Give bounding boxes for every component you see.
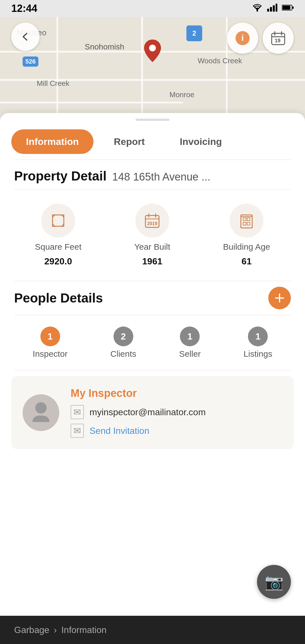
map-button-group: i 19: [227, 23, 294, 54]
divider-people-tabs: [14, 370, 291, 370]
clients-tab-label: Clients: [110, 349, 136, 359]
map-route-badge2: 526: [23, 56, 38, 67]
svg-rect-26: [247, 222, 250, 225]
schedule-button[interactable]: 19: [263, 23, 294, 54]
square-feet-icon-circle: [41, 204, 75, 238]
svg-rect-4: [276, 4, 277, 12]
svg-marker-16: [53, 215, 64, 226]
property-detail-title: Property Detail: [14, 168, 106, 184]
square-feet-icon: [50, 212, 67, 229]
inspector-email-row: ✉ myinspector@mailinator.com: [71, 405, 282, 419]
map-route-badge: 2: [186, 25, 202, 41]
svg-text:2019: 2019: [147, 221, 157, 226]
map-background: Mukilteo Snohomish Mill Creek Woods Cree…: [0, 0, 305, 130]
stat-year-built: 2019 Year Built 1961: [134, 204, 170, 267]
tabs-container: Information Report Invoicing: [0, 121, 305, 157]
svg-rect-23: [243, 218, 246, 221]
people-tabs: 1 Inspector 2 Clients 1 Seller 1 Listing…: [0, 318, 305, 367]
invite-email-icon: ✉: [71, 424, 84, 438]
building-age-icon: [238, 212, 255, 229]
divider-stats: [14, 281, 291, 281]
stat-square-feet: Square Feet 2920.0: [35, 204, 81, 267]
listings-tab-label: Listings: [243, 349, 272, 359]
people-tab-listings[interactable]: 1 Listings: [243, 327, 272, 359]
svg-rect-25: [243, 222, 246, 225]
svg-rect-6: [282, 6, 290, 10]
camera-icon: 📷: [265, 573, 284, 591]
svg-rect-1: [267, 9, 269, 12]
clients-badge: 2: [114, 327, 133, 346]
year-built-value: 1961: [142, 256, 162, 267]
stat-building-age: Building Age 61: [223, 204, 270, 267]
inspector-tab-label: Inspector: [33, 349, 67, 359]
year-built-icon: 2019: [144, 212, 161, 229]
map-label-woodscreek: Woods Creek: [198, 56, 242, 65]
seller-tab-label: Seller: [179, 349, 201, 359]
svg-rect-3: [273, 5, 275, 12]
property-header: Property Detail 148 165th Avenue ...: [0, 163, 305, 186]
people-tab-clients[interactable]: 2 Clients: [110, 327, 136, 359]
building-age-icon-circle: [230, 204, 263, 238]
people-details-title: People Details: [14, 290, 103, 306]
svg-text:19: 19: [275, 38, 280, 43]
map-pin: [144, 40, 161, 63]
year-built-icon-circle: 2019: [135, 204, 169, 238]
signal-icon: [267, 4, 277, 14]
email-icon: ✉: [71, 405, 84, 419]
inspector-avatar: [23, 394, 59, 431]
map-area: Mukilteo Snohomish Mill Creek Woods Cree…: [0, 0, 305, 130]
send-invitation-link[interactable]: Send Invitation: [90, 426, 149, 436]
svg-point-8: [149, 45, 156, 51]
svg-point-0: [256, 10, 258, 12]
inspector-card: My Inspector ✉ myinspector@mailinator.co…: [11, 376, 294, 449]
building-age-value: 61: [241, 256, 252, 267]
avatar-icon: [30, 400, 52, 425]
svg-rect-7: [292, 6, 294, 9]
camera-fab[interactable]: 📷: [257, 565, 291, 599]
status-time: 12:44: [11, 3, 37, 14]
status-bar: 12:44: [0, 0, 305, 17]
handle-bar: [136, 119, 169, 121]
inspector-info: My Inspector ✉ myinspector@mailinator.co…: [71, 387, 282, 438]
invite-row: ✉ Send Invitation: [71, 424, 282, 438]
info-button[interactable]: i: [227, 23, 258, 54]
map-label-millcreek: Mill Creek: [37, 79, 69, 88]
people-tab-inspector[interactable]: 1 Inspector: [33, 327, 67, 359]
breadcrumb-bar: Garbage › Information: [0, 616, 305, 644]
seller-badge: 1: [180, 327, 200, 346]
building-age-label: Building Age: [223, 242, 270, 252]
inspector-name: My Inspector: [71, 387, 282, 399]
square-feet-value: 2920.0: [44, 256, 72, 267]
battery-icon: [282, 4, 294, 13]
svg-text:i: i: [241, 33, 244, 42]
divider-property: [14, 189, 291, 190]
add-people-button[interactable]: [268, 287, 291, 309]
breadcrumb-parent: Garbage: [14, 625, 49, 635]
sheet-handle: [0, 113, 305, 121]
map-label-monroe: Monroe: [169, 90, 194, 99]
wifi-icon: [252, 4, 263, 14]
property-address: 148 165th Avenue ...: [112, 171, 210, 183]
breadcrumb-current: Information: [61, 625, 106, 635]
svg-rect-24: [247, 218, 250, 221]
year-built-label: Year Built: [134, 242, 170, 252]
tab-report[interactable]: Report: [99, 129, 160, 154]
square-feet-label: Square Feet: [35, 242, 81, 252]
back-button[interactable]: [11, 23, 40, 51]
map-label-snohomish: Snohomish: [85, 42, 124, 51]
tab-invoicing[interactable]: Invoicing: [165, 129, 237, 154]
inspector-badge: 1: [40, 327, 60, 346]
divider-tabs: [14, 160, 291, 160]
breadcrumb-separator: ›: [54, 625, 57, 635]
inspector-email: myinspector@mailinator.com: [90, 407, 206, 417]
svg-point-30: [35, 402, 47, 414]
people-header: People Details: [0, 284, 305, 312]
tab-information[interactable]: Information: [11, 129, 93, 154]
stats-row: Square Feet 2920.0 2019 Year Built 1961: [0, 192, 305, 278]
bottom-sheet: Information Report Invoicing Property De…: [0, 113, 305, 644]
status-icons: [252, 4, 294, 14]
divider-people: [14, 315, 291, 315]
svg-rect-2: [270, 7, 272, 12]
listings-badge: 1: [248, 327, 268, 346]
people-tab-seller[interactable]: 1 Seller: [179, 327, 201, 359]
